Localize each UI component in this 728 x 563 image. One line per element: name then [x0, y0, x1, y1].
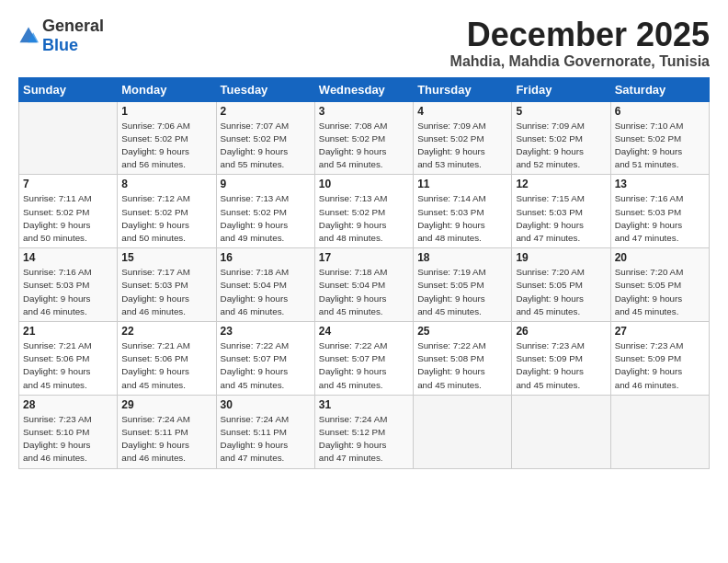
calendar-cell: 28Sunrise: 7:23 AMSunset: 5:10 PMDayligh…	[19, 395, 118, 468]
calendar-cell: 6Sunrise: 7:10 AMSunset: 5:02 PMDaylight…	[610, 101, 709, 175]
calendar-cell: 19Sunrise: 7:20 AMSunset: 5:05 PMDayligh…	[512, 248, 610, 322]
title-area: December 2025 Mahdia, Mahdia Governorate…	[450, 17, 710, 70]
calendar-cell: 17Sunrise: 7:18 AMSunset: 5:04 PMDayligh…	[314, 248, 413, 322]
calendar-cell: 16Sunrise: 7:18 AMSunset: 5:04 PMDayligh…	[216, 248, 314, 322]
day-info: Sunrise: 7:24 AMSunset: 5:11 PMDaylight:…	[121, 413, 211, 465]
calendar-cell: 1Sunrise: 7:06 AMSunset: 5:02 PMDaylight…	[118, 101, 216, 175]
day-info: Sunrise: 7:06 AMSunset: 5:02 PMDaylight:…	[121, 120, 211, 172]
calendar-cell: 21Sunrise: 7:21 AMSunset: 5:06 PMDayligh…	[19, 322, 118, 396]
calendar-cell: 26Sunrise: 7:23 AMSunset: 5:09 PMDayligh…	[512, 322, 610, 396]
day-number: 28	[23, 398, 113, 411]
main-title: December 2025	[450, 17, 710, 53]
logo-text: General Blue	[42, 17, 104, 55]
calendar-cell: 31Sunrise: 7:24 AMSunset: 5:12 PMDayligh…	[314, 395, 413, 468]
day-number: 15	[121, 251, 211, 264]
logo: General Blue	[18, 17, 104, 55]
day-number: 2	[221, 105, 311, 118]
calendar-cell: 12Sunrise: 7:15 AMSunset: 5:03 PMDayligh…	[512, 175, 610, 248]
calendar-cell	[414, 395, 512, 468]
calendar-cell: 30Sunrise: 7:24 AMSunset: 5:11 PMDayligh…	[216, 395, 314, 468]
day-info: Sunrise: 7:19 AMSunset: 5:05 PMDaylight:…	[417, 266, 507, 318]
day-number: 23	[221, 325, 311, 338]
day-info: Sunrise: 7:21 AMSunset: 5:06 PMDaylight:…	[121, 339, 211, 392]
calendar-cell: 20Sunrise: 7:20 AMSunset: 5:05 PMDayligh…	[610, 248, 709, 322]
calendar-header-tuesday: Tuesday	[216, 77, 314, 101]
day-info: Sunrise: 7:13 AMSunset: 5:02 PMDaylight:…	[221, 192, 311, 245]
day-info: Sunrise: 7:23 AMSunset: 5:10 PMDaylight:…	[23, 413, 113, 465]
calendar-header-saturday: Saturday	[610, 77, 709, 101]
day-number: 22	[121, 325, 211, 338]
calendar-header-sunday: Sunday	[19, 77, 118, 101]
day-info: Sunrise: 7:20 AMSunset: 5:05 PMDaylight:…	[516, 266, 606, 318]
day-number: 31	[319, 398, 409, 411]
day-info: Sunrise: 7:09 AMSunset: 5:02 PMDaylight:…	[516, 120, 606, 172]
calendar-cell: 15Sunrise: 7:17 AMSunset: 5:03 PMDayligh…	[118, 248, 216, 322]
day-number: 24	[319, 325, 409, 338]
day-info: Sunrise: 7:09 AMSunset: 5:02 PMDaylight:…	[417, 120, 507, 172]
day-number: 27	[615, 325, 705, 338]
calendar-week-5: 28Sunrise: 7:23 AMSunset: 5:10 PMDayligh…	[19, 395, 710, 468]
day-info: Sunrise: 7:21 AMSunset: 5:06 PMDaylight:…	[23, 339, 113, 392]
day-number: 11	[417, 178, 507, 190]
calendar-cell: 3Sunrise: 7:08 AMSunset: 5:02 PMDaylight…	[314, 101, 413, 175]
calendar-cell	[610, 395, 709, 468]
day-number: 17	[319, 251, 409, 264]
subtitle: Mahdia, Mahdia Governorate, Tunisia	[450, 53, 710, 70]
calendar-cell: 9Sunrise: 7:13 AMSunset: 5:02 PMDaylight…	[216, 175, 314, 248]
day-info: Sunrise: 7:24 AMSunset: 5:12 PMDaylight:…	[319, 413, 409, 465]
day-info: Sunrise: 7:23 AMSunset: 5:09 PMDaylight:…	[615, 339, 705, 392]
calendar-cell: 5Sunrise: 7:09 AMSunset: 5:02 PMDaylight…	[512, 101, 610, 175]
calendar-week-4: 21Sunrise: 7:21 AMSunset: 5:06 PMDayligh…	[19, 322, 710, 396]
calendar-cell: 11Sunrise: 7:14 AMSunset: 5:03 PMDayligh…	[414, 175, 512, 248]
calendar-cell: 4Sunrise: 7:09 AMSunset: 5:02 PMDaylight…	[414, 101, 512, 175]
day-number: 12	[516, 178, 606, 190]
calendar-cell: 23Sunrise: 7:22 AMSunset: 5:07 PMDayligh…	[216, 322, 314, 396]
logo-icon	[18, 26, 39, 46]
day-number: 14	[23, 251, 113, 264]
calendar-cell: 2Sunrise: 7:07 AMSunset: 5:02 PMDaylight…	[216, 101, 314, 175]
calendar-cell: 25Sunrise: 7:22 AMSunset: 5:08 PMDayligh…	[414, 322, 512, 396]
day-number: 19	[516, 251, 606, 264]
day-info: Sunrise: 7:14 AMSunset: 5:03 PMDaylight:…	[417, 192, 507, 245]
day-number: 29	[121, 398, 211, 411]
calendar-header-wednesday: Wednesday	[314, 77, 413, 101]
calendar-cell: 18Sunrise: 7:19 AMSunset: 5:05 PMDayligh…	[414, 248, 512, 322]
calendar-week-3: 14Sunrise: 7:16 AMSunset: 5:03 PMDayligh…	[19, 248, 710, 322]
day-number: 1	[121, 105, 211, 118]
day-number: 3	[319, 105, 409, 118]
day-info: Sunrise: 7:20 AMSunset: 5:05 PMDaylight:…	[615, 266, 705, 318]
day-number: 21	[23, 325, 113, 338]
calendar-cell: 27Sunrise: 7:23 AMSunset: 5:09 PMDayligh…	[610, 322, 709, 396]
logo-general: General	[42, 17, 104, 35]
day-number: 30	[221, 398, 311, 411]
calendar-week-2: 7Sunrise: 7:11 AMSunset: 5:02 PMDaylight…	[19, 175, 710, 248]
day-number: 10	[319, 178, 409, 190]
calendar-cell	[512, 395, 610, 468]
calendar-header-thursday: Thursday	[414, 77, 512, 101]
calendar-cell: 7Sunrise: 7:11 AMSunset: 5:02 PMDaylight…	[19, 175, 118, 248]
day-number: 9	[221, 178, 311, 190]
day-number: 20	[615, 251, 705, 264]
day-info: Sunrise: 7:24 AMSunset: 5:11 PMDaylight:…	[221, 413, 311, 465]
calendar-cell: 10Sunrise: 7:13 AMSunset: 5:02 PMDayligh…	[314, 175, 413, 248]
calendar-cell: 8Sunrise: 7:12 AMSunset: 5:02 PMDaylight…	[118, 175, 216, 248]
calendar-cell: 24Sunrise: 7:22 AMSunset: 5:07 PMDayligh…	[314, 322, 413, 396]
day-info: Sunrise: 7:18 AMSunset: 5:04 PMDaylight:…	[221, 266, 311, 318]
day-number: 6	[615, 105, 705, 118]
day-info: Sunrise: 7:22 AMSunset: 5:07 PMDaylight:…	[221, 339, 311, 392]
calendar-cell: 13Sunrise: 7:16 AMSunset: 5:03 PMDayligh…	[610, 175, 709, 248]
day-info: Sunrise: 7:10 AMSunset: 5:02 PMDaylight:…	[615, 120, 705, 172]
day-info: Sunrise: 7:11 AMSunset: 5:02 PMDaylight:…	[23, 192, 113, 245]
day-info: Sunrise: 7:08 AMSunset: 5:02 PMDaylight:…	[319, 120, 409, 172]
day-info: Sunrise: 7:12 AMSunset: 5:02 PMDaylight:…	[121, 192, 211, 245]
day-number: 7	[23, 178, 113, 190]
day-info: Sunrise: 7:23 AMSunset: 5:09 PMDaylight:…	[516, 339, 606, 392]
calendar-cell: 14Sunrise: 7:16 AMSunset: 5:03 PMDayligh…	[19, 248, 118, 322]
calendar-header-monday: Monday	[118, 77, 216, 101]
day-number: 18	[417, 251, 507, 264]
day-number: 16	[221, 251, 311, 264]
day-number: 26	[516, 325, 606, 338]
day-number: 4	[417, 105, 507, 118]
day-number: 8	[121, 178, 211, 190]
header: General Blue December 2025 Mahdia, Mahdi…	[18, 17, 710, 70]
